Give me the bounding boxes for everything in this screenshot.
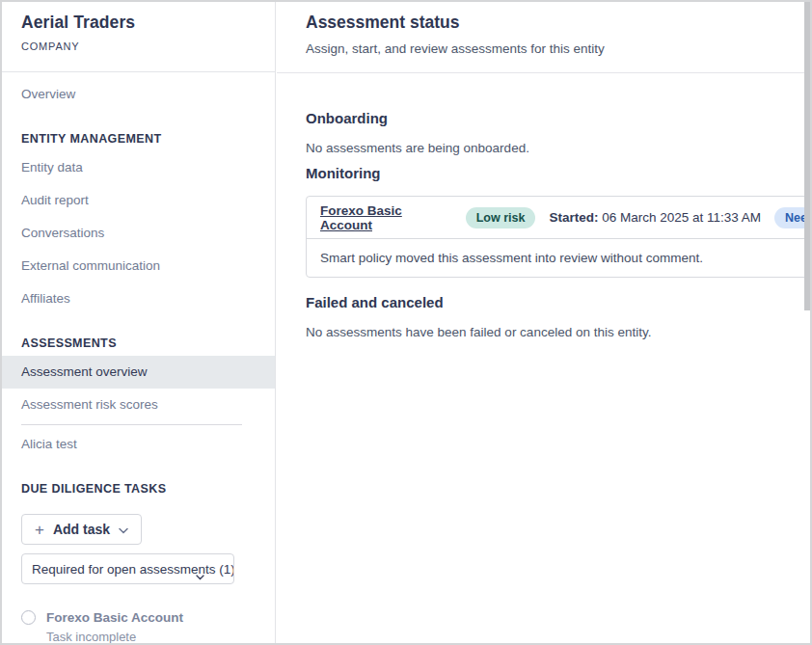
chevron-down-icon	[119, 523, 128, 537]
main-header: Assessment status Assign, start, and rev…	[277, 2, 810, 73]
sidebar-item-alicia-test[interactable]: Alicia test	[2, 428, 275, 461]
onboarding-empty-text: No assessments are being onboarded.	[306, 140, 810, 157]
sidebar-item-entity-data[interactable]: Entity data	[2, 151, 275, 184]
page-title: Assessment status	[306, 13, 810, 33]
app-window: Aerial Traders COMPANY Overview ENTITY M…	[0, 0, 812, 645]
entity-type-label: COMPANY	[21, 40, 256, 52]
due-diligence-tasks-block: + Add task Required for open assessments…	[2, 501, 275, 643]
add-task-label: Add task	[53, 522, 110, 537]
sidebar-item-assessment-risk-scores[interactable]: Assessment risk scores	[2, 389, 275, 421]
started-timestamp: Started: 06 March 2025 at 11:33 AM	[549, 210, 761, 225]
section-label-assessments: ASSESSMENTS	[2, 327, 275, 356]
sidebar-item-assessment-overview[interactable]: Assessment overview	[2, 356, 275, 389]
failed-section-title: Failed and canceled	[306, 293, 810, 311]
task-name: Forexo Basic Account	[46, 609, 183, 626]
page-subtitle: Assign, start, and review assessments fo…	[306, 41, 810, 56]
assessment-status-content: Onboarding No assessments are being onbo…	[277, 73, 810, 341]
add-task-button[interactable]: + Add task	[21, 514, 142, 545]
section-label-entity-management: ENTITY MANAGEMENT	[2, 122, 275, 151]
chevron-down-icon	[196, 567, 204, 584]
onboarding-section-title: Onboarding	[306, 109, 810, 127]
assessment-comment: Smart policy moved this assessment into …	[307, 239, 810, 277]
sidebar-item-affiliates[interactable]: Affiliates	[2, 282, 275, 315]
started-value: 06 March 2025 at 11:33 AM	[602, 210, 761, 225]
task-status: Task incomplete	[46, 630, 183, 643]
entity-header: Aerial Traders COMPANY	[2, 2, 275, 72]
nav-divider	[21, 424, 242, 425]
section-label-due-diligence-tasks: DUE DILIGENCE TASKS	[2, 472, 275, 501]
monitoring-section-title: Monitoring	[306, 164, 810, 182]
vertical-scrollbar[interactable]	[804, 2, 810, 310]
task-item-text: Forexo Basic Account Task incomplete	[46, 609, 183, 643]
main-panel: Assessment status Assign, start, and rev…	[277, 2, 810, 643]
assessment-card: Forexo Basic Account Low risk Started: 0…	[306, 196, 810, 278]
started-label: Started:	[549, 210, 598, 225]
sidebar-nav: Overview ENTITY MANAGEMENT Entity data A…	[2, 72, 275, 501]
entity-name: Aerial Traders	[21, 13, 256, 33]
sidebar-item-overview[interactable]: Overview	[2, 78, 275, 111]
plus-icon: +	[35, 522, 44, 538]
assessment-name-link[interactable]: Forexo Basic Account	[320, 203, 452, 232]
task-list-item[interactable]: Forexo Basic Account Task incomplete	[21, 609, 256, 643]
sidebar-item-audit-report[interactable]: Audit report	[2, 184, 275, 217]
risk-badge: Low risk	[466, 207, 536, 228]
task-filter-select[interactable]: Required for open assessments (1)	[21, 553, 234, 584]
sidebar: Aerial Traders COMPANY Overview ENTITY M…	[2, 2, 276, 643]
failed-empty-text: No assessments have been failed or cance…	[306, 324, 810, 341]
task-incomplete-circle-icon	[21, 610, 36, 625]
sidebar-item-external-communication[interactable]: External communication	[2, 250, 275, 282]
assessment-card-header-row: Forexo Basic Account Low risk Started: 0…	[307, 197, 810, 239]
sidebar-item-conversations[interactable]: Conversations	[2, 217, 275, 250]
